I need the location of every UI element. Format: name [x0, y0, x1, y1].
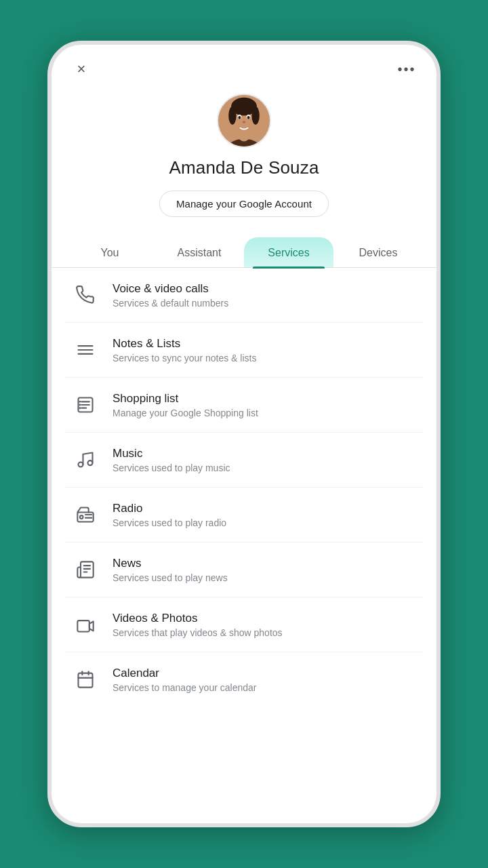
svg-rect-31: [77, 620, 89, 631]
service-title: Radio: [113, 502, 226, 515]
svg-point-10: [247, 116, 250, 119]
service-text-music: Music Services used to play music: [113, 447, 230, 473]
svg-rect-33: [79, 673, 93, 688]
profile-section: Amanda De Souza Manage your Google Accou…: [52, 87, 436, 231]
service-text-shopping: Shopping list Manage your Google Shoppin…: [113, 392, 258, 418]
tab-services[interactable]: Services: [244, 237, 333, 267]
calendar-icon: [70, 665, 100, 694]
service-title: Calendar: [113, 667, 256, 680]
service-text-notes: Notes & Lists Services to sync your note…: [113, 337, 256, 363]
radio-icon: [70, 500, 100, 530]
service-item-shopping[interactable]: Shopping list Manage your Google Shoppin…: [65, 378, 423, 433]
svg-point-25: [80, 515, 83, 519]
service-subtitle: Services that play videos & show photos: [113, 627, 283, 638]
svg-point-22: [79, 462, 83, 467]
service-item-videos-photos[interactable]: Videos & Photos Services that play video…: [65, 597, 423, 652]
service-title: Notes & Lists: [113, 337, 256, 351]
svg-marker-32: [89, 621, 94, 631]
service-title: Voice & video calls: [113, 282, 228, 296]
svg-point-11: [243, 121, 246, 123]
service-text-news: News Services used to play news: [113, 557, 228, 583]
service-item-music[interactable]: Music Services used to play music: [65, 433, 423, 488]
service-title: Videos & Photos: [113, 612, 283, 625]
service-item-voice-video[interactable]: Voice & video calls Services & default n…: [65, 268, 423, 323]
tab-assistant[interactable]: Assistant: [155, 237, 244, 267]
service-subtitle: Services & default numbers: [113, 298, 228, 309]
manage-account-button[interactable]: Manage your Google Account: [159, 191, 329, 217]
tabs-bar: You Assistant Services Devices: [52, 237, 436, 268]
services-list: Voice & video calls Services & default n…: [52, 268, 436, 823]
service-subtitle: Services used to play news: [113, 572, 228, 583]
service-item-notes-lists[interactable]: Notes & Lists Services to sync your note…: [65, 323, 423, 378]
phone-icon: [70, 280, 100, 310]
service-title: Music: [113, 447, 230, 460]
more-options-button[interactable]: •••: [394, 57, 419, 81]
phone-frame: × •••: [47, 41, 441, 827]
news-icon: [70, 555, 100, 585]
notes-icon: [70, 335, 100, 365]
avatar: [217, 94, 271, 148]
service-title: News: [113, 557, 228, 570]
service-title: Shopping list: [113, 392, 258, 406]
svg-point-6: [251, 106, 259, 125]
top-bar: × •••: [52, 45, 436, 87]
service-subtitle: Services used to play radio: [113, 517, 226, 528]
music-icon: [70, 445, 100, 475]
shopping-icon: [70, 390, 100, 420]
close-button[interactable]: ×: [69, 57, 94, 81]
service-subtitle: Manage your Google Shopping list: [113, 408, 258, 418]
screen: × •••: [52, 45, 436, 823]
svg-point-5: [228, 106, 236, 125]
service-item-news[interactable]: News Services used to play news: [65, 542, 423, 597]
service-text-voice-video: Voice & video calls Services & default n…: [113, 282, 228, 309]
video-icon: [70, 610, 100, 639]
service-text-radio: Radio Services used to play radio: [113, 502, 226, 528]
service-text-calendar: Calendar Services to manage your calenda…: [113, 667, 256, 693]
service-subtitle: Services used to play music: [113, 462, 230, 473]
user-name: Amanda De Souza: [169, 157, 319, 178]
service-text-videos: Videos & Photos Services that play video…: [113, 612, 283, 638]
service-item-radio[interactable]: Radio Services used to play radio: [65, 488, 423, 542]
service-subtitle: Services to manage your calendar: [113, 682, 256, 693]
svg-point-9: [238, 116, 241, 119]
service-subtitle: Services to sync your notes & lists: [113, 353, 256, 363]
tab-you[interactable]: You: [65, 237, 155, 267]
service-item-calendar[interactable]: Calendar Services to manage your calenda…: [65, 652, 423, 707]
tab-devices[interactable]: Devices: [333, 237, 423, 267]
